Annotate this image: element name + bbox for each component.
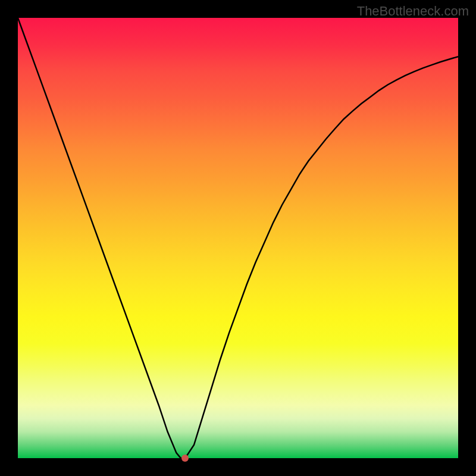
optimal-point-marker xyxy=(181,455,189,462)
bottleneck-curve xyxy=(18,18,458,458)
plot-area xyxy=(18,18,458,458)
attribution-text: TheBottleneck.com xyxy=(357,4,469,19)
curve-path xyxy=(18,18,458,458)
